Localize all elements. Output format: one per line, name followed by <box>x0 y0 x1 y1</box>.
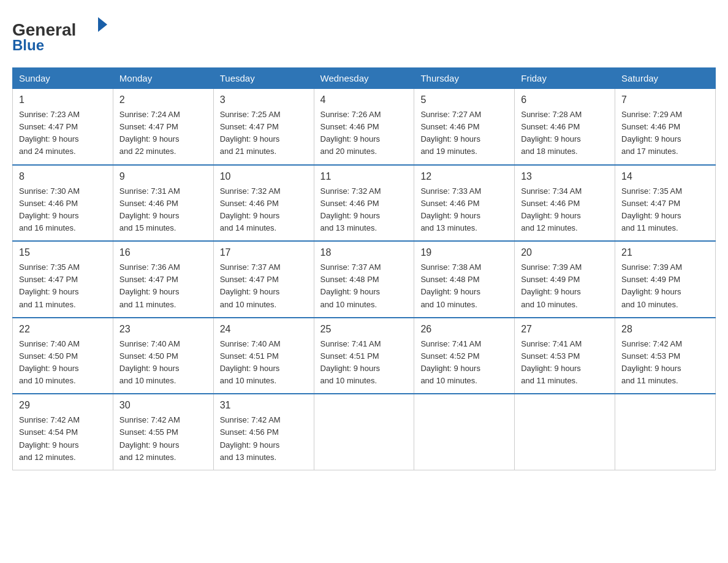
day-number: 27 <box>521 322 609 337</box>
day-number: 8 <box>19 169 107 184</box>
calendar-cell: 14Sunrise: 7:35 AMSunset: 4:47 PMDayligh… <box>615 165 716 242</box>
day-info: Sunrise: 7:38 AMSunset: 4:48 PMDaylight:… <box>420 261 508 311</box>
day-header-tuesday: Tuesday <box>213 68 314 89</box>
day-info: Sunrise: 7:42 AMSunset: 4:55 PMDaylight:… <box>119 414 207 464</box>
day-number: 7 <box>621 93 709 107</box>
day-info: Sunrise: 7:42 AMSunset: 4:53 PMDaylight:… <box>621 338 709 388</box>
day-info: Sunrise: 7:41 AMSunset: 4:52 PMDaylight:… <box>420 338 508 388</box>
day-info: Sunrise: 7:35 AMSunset: 4:47 PMDaylight:… <box>621 185 709 235</box>
day-number: 14 <box>621 169 709 184</box>
calendar-cell: 29Sunrise: 7:42 AMSunset: 4:54 PMDayligh… <box>13 394 113 470</box>
calendar-cell: 13Sunrise: 7:34 AMSunset: 4:46 PMDayligh… <box>515 165 615 242</box>
calendar-cell: 28Sunrise: 7:42 AMSunset: 4:53 PMDayligh… <box>615 318 716 394</box>
day-number: 28 <box>621 322 709 337</box>
calendar-cell: 2Sunrise: 7:24 AMSunset: 4:47 PMDaylight… <box>113 89 213 165</box>
day-info: Sunrise: 7:24 AMSunset: 4:47 PMDaylight:… <box>119 109 207 158</box>
day-info: Sunrise: 7:40 AMSunset: 4:50 PMDaylight:… <box>19 338 107 388</box>
day-header-monday: Monday <box>113 68 213 89</box>
day-info: Sunrise: 7:26 AMSunset: 4:46 PMDaylight:… <box>320 109 408 158</box>
day-header-thursday: Thursday <box>414 68 515 89</box>
logo-svg: General Blue <box>12 12 116 55</box>
day-number: 23 <box>119 322 207 337</box>
day-number: 26 <box>420 322 508 337</box>
calendar-cell: 30Sunrise: 7:42 AMSunset: 4:55 PMDayligh… <box>113 394 213 470</box>
day-number: 29 <box>19 398 107 413</box>
day-number: 21 <box>621 245 709 260</box>
calendar-cell <box>615 394 716 470</box>
day-number: 4 <box>320 93 408 107</box>
day-number: 6 <box>521 93 609 107</box>
day-header-saturday: Saturday <box>615 68 716 89</box>
calendar-cell: 15Sunrise: 7:35 AMSunset: 4:47 PMDayligh… <box>13 241 113 318</box>
day-info: Sunrise: 7:41 AMSunset: 4:53 PMDaylight:… <box>521 338 609 388</box>
week-row-3: 15Sunrise: 7:35 AMSunset: 4:47 PMDayligh… <box>13 241 716 318</box>
calendar-cell: 19Sunrise: 7:38 AMSunset: 4:48 PMDayligh… <box>414 241 515 318</box>
week-row-1: 1Sunrise: 7:23 AMSunset: 4:47 PMDaylight… <box>13 89 716 165</box>
day-header-row: SundayMondayTuesdayWednesdayThursdayFrid… <box>13 68 716 89</box>
day-info: Sunrise: 7:35 AMSunset: 4:47 PMDaylight:… <box>19 261 107 311</box>
day-number: 10 <box>220 169 308 184</box>
day-info: Sunrise: 7:32 AMSunset: 4:46 PMDaylight:… <box>220 185 308 235</box>
calendar-cell: 17Sunrise: 7:37 AMSunset: 4:47 PMDayligh… <box>213 241 314 318</box>
day-info: Sunrise: 7:34 AMSunset: 4:46 PMDaylight:… <box>521 185 609 235</box>
day-info: Sunrise: 7:33 AMSunset: 4:46 PMDaylight:… <box>420 185 508 235</box>
calendar-cell: 23Sunrise: 7:40 AMSunset: 4:50 PMDayligh… <box>113 318 213 394</box>
calendar-cell: 20Sunrise: 7:39 AMSunset: 4:49 PMDayligh… <box>515 241 615 318</box>
day-number: 12 <box>420 169 508 184</box>
day-number: 13 <box>521 169 609 184</box>
day-number: 20 <box>521 245 609 260</box>
calendar-cell: 21Sunrise: 7:39 AMSunset: 4:49 PMDayligh… <box>615 241 716 318</box>
calendar-cell: 10Sunrise: 7:32 AMSunset: 4:46 PMDayligh… <box>213 165 314 242</box>
day-info: Sunrise: 7:37 AMSunset: 4:47 PMDaylight:… <box>220 261 308 311</box>
day-info: Sunrise: 7:25 AMSunset: 4:47 PMDaylight:… <box>220 109 308 158</box>
week-row-4: 22Sunrise: 7:40 AMSunset: 4:50 PMDayligh… <box>13 318 716 394</box>
day-header-friday: Friday <box>515 68 615 89</box>
day-info: Sunrise: 7:29 AMSunset: 4:46 PMDaylight:… <box>621 109 709 158</box>
day-info: Sunrise: 7:39 AMSunset: 4:49 PMDaylight:… <box>521 261 609 311</box>
day-info: Sunrise: 7:41 AMSunset: 4:51 PMDaylight:… <box>320 338 408 388</box>
day-number: 3 <box>220 93 308 107</box>
calendar-cell <box>515 394 615 470</box>
day-info: Sunrise: 7:30 AMSunset: 4:46 PMDaylight:… <box>19 185 107 235</box>
calendar-cell: 22Sunrise: 7:40 AMSunset: 4:50 PMDayligh… <box>13 318 113 394</box>
calendar-cell: 16Sunrise: 7:36 AMSunset: 4:47 PMDayligh… <box>113 241 213 318</box>
day-number: 22 <box>19 322 107 337</box>
calendar-cell: 18Sunrise: 7:37 AMSunset: 4:48 PMDayligh… <box>314 241 414 318</box>
page-header: General Blue <box>12 12 716 55</box>
day-number: 2 <box>119 93 207 107</box>
day-info: Sunrise: 7:39 AMSunset: 4:49 PMDaylight:… <box>621 261 709 311</box>
day-number: 30 <box>119 398 207 413</box>
day-number: 16 <box>119 245 207 260</box>
day-number: 25 <box>320 322 408 337</box>
svg-text:Blue: Blue <box>12 37 44 53</box>
week-row-2: 8Sunrise: 7:30 AMSunset: 4:46 PMDaylight… <box>13 165 716 242</box>
day-info: Sunrise: 7:36 AMSunset: 4:47 PMDaylight:… <box>119 261 207 311</box>
day-number: 17 <box>220 245 308 260</box>
calendar-cell: 25Sunrise: 7:41 AMSunset: 4:51 PMDayligh… <box>314 318 414 394</box>
calendar-cell: 8Sunrise: 7:30 AMSunset: 4:46 PMDaylight… <box>13 165 113 242</box>
calendar-cell: 12Sunrise: 7:33 AMSunset: 4:46 PMDayligh… <box>414 165 515 242</box>
day-info: Sunrise: 7:42 AMSunset: 4:54 PMDaylight:… <box>19 414 107 464</box>
calendar-table: SundayMondayTuesdayWednesdayThursdayFrid… <box>12 67 716 470</box>
day-number: 9 <box>119 169 207 184</box>
day-info: Sunrise: 7:40 AMSunset: 4:50 PMDaylight:… <box>119 338 207 388</box>
calendar-cell: 6Sunrise: 7:28 AMSunset: 4:46 PMDaylight… <box>515 89 615 165</box>
calendar-cell: 27Sunrise: 7:41 AMSunset: 4:53 PMDayligh… <box>515 318 615 394</box>
calendar-cell <box>414 394 515 470</box>
day-number: 1 <box>19 93 107 107</box>
day-info: Sunrise: 7:42 AMSunset: 4:56 PMDaylight:… <box>220 414 308 464</box>
calendar-cell: 7Sunrise: 7:29 AMSunset: 4:46 PMDaylight… <box>615 89 716 165</box>
calendar-cell: 9Sunrise: 7:31 AMSunset: 4:46 PMDaylight… <box>113 165 213 242</box>
calendar-cell: 24Sunrise: 7:40 AMSunset: 4:51 PMDayligh… <box>213 318 314 394</box>
calendar-cell: 11Sunrise: 7:32 AMSunset: 4:46 PMDayligh… <box>314 165 414 242</box>
week-row-5: 29Sunrise: 7:42 AMSunset: 4:54 PMDayligh… <box>13 394 716 470</box>
calendar-cell: 3Sunrise: 7:25 AMSunset: 4:47 PMDaylight… <box>213 89 314 165</box>
svg-marker-1 <box>98 17 107 32</box>
day-number: 31 <box>220 398 308 413</box>
day-info: Sunrise: 7:37 AMSunset: 4:48 PMDaylight:… <box>320 261 408 311</box>
calendar-cell: 5Sunrise: 7:27 AMSunset: 4:46 PMDaylight… <box>414 89 515 165</box>
day-number: 19 <box>420 245 508 260</box>
calendar-cell: 26Sunrise: 7:41 AMSunset: 4:52 PMDayligh… <box>414 318 515 394</box>
day-info: Sunrise: 7:28 AMSunset: 4:46 PMDaylight:… <box>521 109 609 158</box>
calendar-cell: 31Sunrise: 7:42 AMSunset: 4:56 PMDayligh… <box>213 394 314 470</box>
